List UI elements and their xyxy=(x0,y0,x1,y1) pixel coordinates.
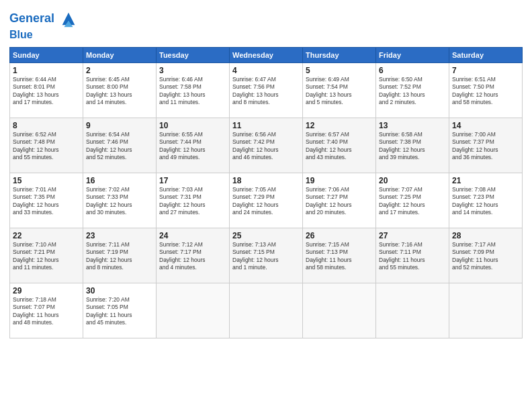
calendar-day: 15Sunrise: 7:01 AMSunset: 7:35 PMDayligh… xyxy=(10,173,83,228)
day-info-line: Sunrise: 6:50 AM xyxy=(379,76,446,83)
day-info-line: and 24 minutes. xyxy=(232,209,300,216)
day-info-line: Sunrise: 6:54 AM xyxy=(86,131,153,138)
day-info-line: Sunset: 7:50 PM xyxy=(452,83,519,91)
calendar-day: 14Sunrise: 7:00 AMSunset: 7:37 PMDayligh… xyxy=(449,118,523,173)
logo-text: General xyxy=(9,9,78,28)
weekday-header: Sunday xyxy=(10,47,83,62)
day-number: 16 xyxy=(86,176,153,185)
calendar-week: 22Sunrise: 7:10 AMSunset: 7:21 PMDayligh… xyxy=(10,228,523,283)
day-info-line: Sunset: 7:07 PM xyxy=(13,304,80,311)
day-info-line: Daylight: 12 hours xyxy=(13,146,80,154)
day-info-line: Sunrise: 7:12 AM xyxy=(159,241,226,248)
day-info-line: Daylight: 12 hours xyxy=(159,146,226,154)
day-info-line: Sunset: 7:23 PM xyxy=(452,193,519,201)
day-info-line: and 17 minutes. xyxy=(379,209,446,216)
calendar-week: 8Sunrise: 6:52 AMSunset: 7:48 PMDaylight… xyxy=(10,118,523,173)
day-info-line: Daylight: 11 hours xyxy=(306,257,373,264)
calendar-day: 16Sunrise: 7:02 AMSunset: 7:33 PMDayligh… xyxy=(83,173,157,228)
day-info-line: Daylight: 13 hours xyxy=(232,91,300,99)
day-info-line: Sunset: 7:48 PM xyxy=(13,138,80,146)
day-number: 23 xyxy=(86,231,153,240)
calendar-day: 23Sunrise: 7:11 AMSunset: 7:19 PMDayligh… xyxy=(83,228,157,283)
day-info-line: Sunrise: 6:46 AM xyxy=(159,76,226,83)
day-info-line: and 52 minutes. xyxy=(86,154,153,161)
day-number: 1 xyxy=(13,66,80,75)
day-number: 19 xyxy=(306,176,373,185)
day-info-line: Daylight: 12 hours xyxy=(379,146,446,154)
day-info-line: Sunset: 7:40 PM xyxy=(306,138,373,146)
day-info-line: Sunset: 8:01 PM xyxy=(13,83,80,91)
day-info-line: Sunrise: 6:52 AM xyxy=(13,131,80,138)
day-info-line: and 5 minutes. xyxy=(306,99,373,106)
day-info-line: and 58 minutes. xyxy=(306,264,373,271)
day-info-line: Sunrise: 7:10 AM xyxy=(13,241,80,248)
day-info-line: Daylight: 12 hours xyxy=(379,201,446,209)
day-number: 12 xyxy=(306,121,373,130)
calendar-day xyxy=(376,283,449,338)
day-info-line: Daylight: 12 hours xyxy=(159,201,226,209)
day-number: 13 xyxy=(379,121,446,130)
day-info-line: and 36 minutes. xyxy=(452,154,519,161)
day-info-line: Sunset: 7:31 PM xyxy=(159,193,226,201)
day-info-line: and 4 minutes. xyxy=(159,264,226,271)
day-info-line: Daylight: 12 hours xyxy=(452,146,519,154)
calendar-header: SundayMondayTuesdayWednesdayThursdayFrid… xyxy=(10,47,523,62)
day-number: 11 xyxy=(232,121,300,130)
calendar: SundayMondayTuesdayWednesdayThursdayFrid… xyxy=(9,47,523,338)
day-number: 29 xyxy=(13,286,80,295)
calendar-body: 1Sunrise: 6:44 AMSunset: 8:01 PMDaylight… xyxy=(10,62,523,338)
calendar-day: 5Sunrise: 6:49 AMSunset: 7:54 PMDaylight… xyxy=(303,62,376,118)
day-number: 3 xyxy=(159,66,226,75)
day-info-line: Daylight: 12 hours xyxy=(306,201,373,209)
calendar-day xyxy=(230,283,303,338)
day-info-line: and 49 minutes. xyxy=(159,154,226,161)
day-info-line: Sunrise: 6:45 AM xyxy=(86,76,153,83)
weekday-header: Saturday xyxy=(449,47,523,62)
day-info-line: Sunset: 7:52 PM xyxy=(379,83,446,91)
day-info-line: Daylight: 13 hours xyxy=(379,91,446,99)
day-info-line: Sunrise: 6:44 AM xyxy=(13,76,80,83)
weekday-row: SundayMondayTuesdayWednesdayThursdayFrid… xyxy=(10,47,523,62)
day-info-line: Sunrise: 6:58 AM xyxy=(379,131,446,138)
logo: General Blue xyxy=(9,9,78,42)
day-info-line: Sunrise: 7:17 AM xyxy=(452,241,519,248)
day-number: 17 xyxy=(159,176,226,185)
day-info-line: Sunrise: 6:55 AM xyxy=(159,131,226,138)
day-info-line: Daylight: 12 hours xyxy=(86,201,153,209)
day-info-line: Sunset: 7:27 PM xyxy=(306,193,373,201)
day-number: 20 xyxy=(379,176,446,185)
day-info-line: and 39 minutes. xyxy=(379,154,446,161)
day-number: 10 xyxy=(159,121,226,130)
calendar-day xyxy=(449,283,523,338)
day-info-line: Sunrise: 7:15 AM xyxy=(306,241,373,248)
day-number: 9 xyxy=(86,121,153,130)
day-info-line: Sunset: 7:17 PM xyxy=(159,248,226,256)
day-info-line: and 8 minutes. xyxy=(86,264,153,271)
weekday-header: Wednesday xyxy=(230,47,303,62)
day-info-line: and 11 minutes. xyxy=(13,264,80,271)
day-info-line: and 11 minutes. xyxy=(159,99,226,106)
day-info-line: and 2 minutes. xyxy=(379,99,446,106)
day-info-line: Sunrise: 7:08 AM xyxy=(452,186,519,193)
day-info-line: Sunrise: 7:01 AM xyxy=(13,186,80,193)
day-info-line: Sunset: 7:38 PM xyxy=(379,138,446,146)
day-info-line: Sunset: 7:42 PM xyxy=(232,138,300,146)
day-number: 5 xyxy=(306,66,373,75)
day-info-line: and 45 minutes. xyxy=(86,319,153,326)
weekday-header: Tuesday xyxy=(157,47,230,62)
day-info-line: Daylight: 12 hours xyxy=(13,257,80,264)
calendar-week: 15Sunrise: 7:01 AMSunset: 7:35 PMDayligh… xyxy=(10,173,523,228)
day-info-line: Sunrise: 7:02 AM xyxy=(86,186,153,193)
day-info-line: and 27 minutes. xyxy=(159,209,226,216)
calendar-day: 10Sunrise: 6:55 AMSunset: 7:44 PMDayligh… xyxy=(157,118,230,173)
day-info-line: Sunrise: 7:03 AM xyxy=(159,186,226,193)
day-info-line: and 46 minutes. xyxy=(232,154,300,161)
day-number: 30 xyxy=(86,286,153,295)
day-info-line: Sunset: 7:21 PM xyxy=(13,248,80,256)
day-info-line: Daylight: 12 hours xyxy=(232,201,300,209)
weekday-header: Friday xyxy=(376,47,449,62)
calendar-day: 1Sunrise: 6:44 AMSunset: 8:01 PMDaylight… xyxy=(10,62,83,118)
day-info-line: Sunrise: 7:06 AM xyxy=(306,186,373,193)
day-info-line: Daylight: 12 hours xyxy=(306,146,373,154)
header: General Blue xyxy=(9,7,523,42)
